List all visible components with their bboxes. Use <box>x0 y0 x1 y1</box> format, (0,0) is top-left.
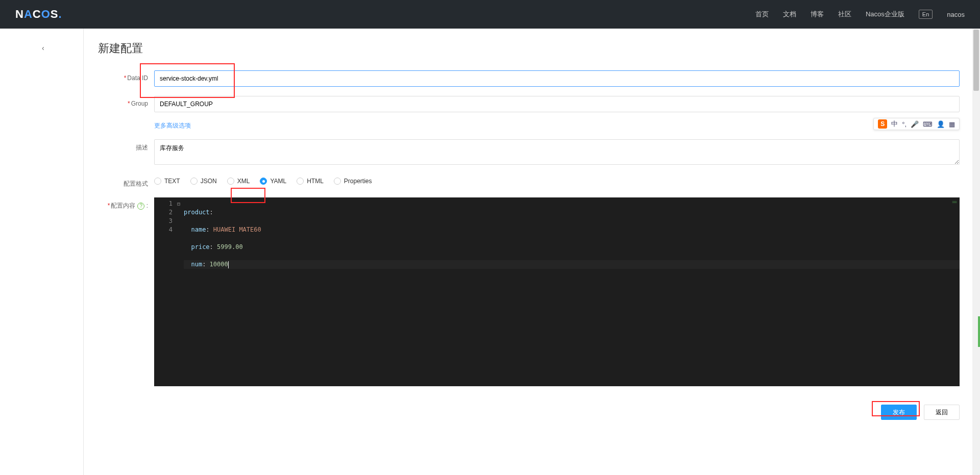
format-html[interactable]: HTML <box>297 178 324 185</box>
ime-keyboard-icon[interactable]: ⌨ <box>923 120 933 128</box>
format-json[interactable]: JSON <box>190 178 217 185</box>
more-options-link[interactable]: 更多高级选项 <box>154 122 191 129</box>
label-format: 配置格式 <box>98 176 154 188</box>
label-group: *Group <box>98 96 154 107</box>
sidebar: ‹ <box>0 29 84 475</box>
row-group: *Group <box>98 96 960 112</box>
top-nav: 首页 文档 博客 社区 Nacos企业版 En nacos <box>755 10 965 19</box>
ime-punct-icon[interactable]: °, <box>902 120 906 128</box>
main-content: 新建配置 *Data ID *Group 更多高级选项 描述 库存 <box>84 29 980 475</box>
description-textarea[interactable]: 库存服务 <box>154 139 960 165</box>
format-text[interactable]: TEXT <box>154 178 180 185</box>
fold-icon[interactable]: ⊟ <box>176 199 182 208</box>
row-content: *配置内容? : 1 2 3 4 ⊟ product: name: HUAWEI… <box>98 197 960 386</box>
nav-enterprise[interactable]: Nacos企业版 <box>866 10 904 19</box>
row-format: 配置格式 TEXT JSON XML YAML HTML Properties <box>98 176 960 188</box>
logo-char: S <box>51 8 59 20</box>
back-button[interactable]: 返回 <box>924 405 960 420</box>
sidebar-collapse-icon[interactable]: ‹ <box>42 44 44 52</box>
nav-user[interactable]: nacos <box>947 11 965 18</box>
ime-grid-icon[interactable]: ▦ <box>949 120 955 128</box>
minimap-icon: ≡≡ <box>952 199 957 205</box>
logo-char: N <box>15 8 24 20</box>
label-content: *配置内容? : <box>98 197 154 210</box>
data-id-input[interactable] <box>154 70 960 87</box>
logo-dot: . <box>58 8 62 20</box>
nav-blog[interactable]: 博客 <box>811 10 824 19</box>
logo-char: O <box>41 8 51 20</box>
lang-toggle[interactable]: En <box>919 10 933 19</box>
nav-docs[interactable]: 文档 <box>783 10 796 19</box>
page-title: 新建配置 <box>98 41 960 56</box>
format-radio-group: TEXT JSON XML YAML HTML Properties <box>154 176 960 185</box>
format-xml[interactable]: XML <box>227 178 250 185</box>
footer-actions: 发布 返回 <box>98 395 960 420</box>
logo-char: A <box>24 8 33 20</box>
logo: NACOS. <box>15 8 62 21</box>
logo-char: C <box>33 8 41 20</box>
ime-user-icon[interactable]: 👤 <box>937 120 945 128</box>
top-header: NACOS. 首页 文档 博客 社区 Nacos企业版 En nacos <box>0 0 980 29</box>
group-input[interactable] <box>154 96 960 112</box>
label-data-id: *Data ID <box>98 70 154 82</box>
page-scrollbar[interactable] <box>972 29 980 475</box>
row-more: 更多高级选项 <box>98 121 960 130</box>
editor-code[interactable]: product: name: HUAWEI MATE60 price: 5999… <box>154 197 960 286</box>
row-description: 描述 库存服务 <box>98 139 960 166</box>
nav-community[interactable]: 社区 <box>838 10 851 19</box>
format-yaml[interactable]: YAML <box>260 178 286 185</box>
label-description: 描述 <box>98 139 154 152</box>
ime-logo-icon: S <box>878 119 887 129</box>
format-properties[interactable]: Properties <box>334 178 372 185</box>
editor-gutter: 1 2 3 4 <box>154 197 176 386</box>
row-data-id: *Data ID <box>98 70 960 87</box>
ime-mic-icon[interactable]: 🎤 <box>911 120 919 128</box>
code-editor[interactable]: 1 2 3 4 ⊟ product: name: HUAWEI MATE60 p… <box>154 197 960 386</box>
help-icon[interactable]: ? <box>137 203 144 210</box>
publish-button[interactable]: 发布 <box>881 405 917 420</box>
ime-toolbar[interactable]: S 中 °, 🎤 ⌨ 👤 ▦ <box>873 118 960 130</box>
ime-lang-icon[interactable]: 中 <box>891 119 898 129</box>
nav-home[interactable]: 首页 <box>755 10 769 19</box>
accent-bar <box>978 316 980 347</box>
